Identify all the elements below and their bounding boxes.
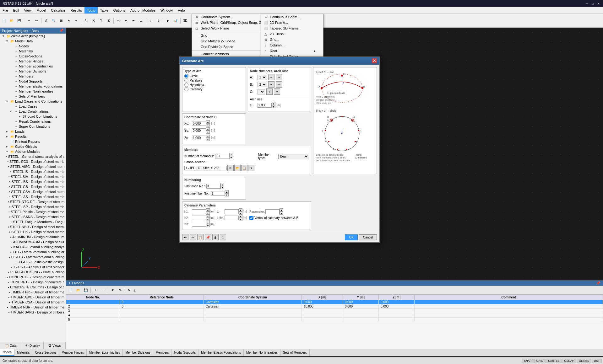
radio-catenary[interactable]: Catenary (184, 87, 244, 91)
node-btn[interactable]: ● (122, 17, 129, 24)
tree-loads[interactable]: ▶ 📂 Loads (0, 129, 66, 134)
s-down-btn[interactable]: ▼ (272, 105, 275, 108)
bottom-tab-member-elastic-foundations[interactable]: Member Elastic Foundations (198, 349, 244, 356)
menu-options[interactable]: Options (111, 7, 128, 13)
tree-result-combinations[interactable]: • Result Combinations (0, 119, 66, 124)
radio-circle[interactable]: Circle (184, 74, 244, 78)
select-btn[interactable]: ↖ (115, 17, 122, 24)
3d-btn[interactable]: 3D (182, 17, 189, 24)
yc-up[interactable]: ▲ (206, 127, 210, 131)
expand-icon[interactable]: ▼ (6, 40, 9, 43)
h1-down[interactable]: ▼ (206, 211, 210, 215)
member-btn[interactable]: ━ (130, 17, 137, 24)
menu-table[interactable]: Table (98, 7, 111, 13)
open-btn[interactable]: 📂 (8, 17, 15, 24)
L-up[interactable]: ▲ (239, 208, 242, 211)
tree-concrete-col[interactable]: • CONCRETE Columns - Design of c (0, 285, 66, 290)
new-btn[interactable]: 📄 (1, 17, 8, 24)
vertex-check[interactable]: Vertex of catenary between A-B (249, 216, 298, 220)
bottom-tab-member-divisions[interactable]: Member Divisions (123, 349, 153, 356)
bottom-tab-member-hinges[interactable]: Member Hinges (59, 349, 87, 356)
tree-steel-hk[interactable]: • STEEL HK - Design of steel memb (0, 229, 66, 234)
close-btn[interactable]: ✕ (596, 1, 600, 6)
tree-results[interactable]: ▶ 📂 Results (0, 134, 66, 139)
ok-button[interactable]: OK (345, 234, 357, 240)
submenu-2d-truss[interactable]: △ 2D Truss... (261, 31, 323, 37)
tree-steel-is[interactable]: • STEEL IS - Design of steel memb (0, 169, 66, 174)
tree-addon-modules[interactable]: ▼ 📂 Add-on Modules (0, 149, 66, 154)
tree-aluminum-adm[interactable]: • ALUMINUM ADM - Design of alur (0, 239, 66, 244)
submenu-2d-frame[interactable]: ⬜ 2D Frame... (261, 20, 323, 25)
s-input[interactable] (258, 103, 272, 108)
minimize-btn[interactable]: ─ (585, 1, 589, 6)
node-b-pick-btn[interactable]: + (268, 81, 274, 88)
h1-input[interactable] (192, 209, 206, 214)
tree-steel-general[interactable]: • STEEL - General stress analysis of s (0, 154, 66, 159)
tree-printout-reports[interactable]: 📄 Printout Reports (0, 139, 66, 144)
menu-results[interactable]: Results (68, 7, 84, 13)
load-btn[interactable]: ↓ (147, 17, 154, 24)
tree-guide-objects[interactable]: ▶ 📂 Guide Objects (0, 144, 66, 149)
cs-info-btn[interactable]: ℹ (248, 165, 254, 171)
zoom-out-btn[interactable]: − (73, 17, 80, 24)
zc-input[interactable] (192, 136, 206, 140)
tree-load-combinations[interactable]: ▼ • Load Combinations (0, 109, 66, 114)
tree-member-divisions[interactable]: • Member Divisions (0, 69, 66, 74)
tree-members[interactable]: • Members (0, 74, 66, 79)
cs-edit-btn[interactable]: ✏ (227, 165, 234, 171)
tree-nodal-supports[interactable]: • Nodal Supports (0, 79, 66, 84)
cross-section-input[interactable] (184, 166, 227, 170)
table-filter-btn[interactable]: ▼ (109, 287, 116, 294)
fn-up[interactable]: ▲ (220, 183, 224, 186)
member-type-select[interactable]: Beam Truss Cable (278, 154, 309, 159)
table-pin[interactable]: 📌 (596, 281, 600, 285)
xc-up[interactable]: ▲ (206, 120, 210, 123)
data-tab[interactable]: 📋 Data (0, 342, 22, 349)
table-add-btn[interactable]: + (92, 287, 99, 294)
tree-steel-gb[interactable]: • STEEL GB - Design of steel memb (0, 184, 66, 189)
node-c-select[interactable] (258, 89, 265, 94)
support-btn[interactable]: ⊥ (138, 17, 144, 24)
table-row[interactable]: 2 0 Cartesian 10.000 0.000 0.000 (66, 304, 603, 309)
submenu-grid[interactable]: ⊞ Grid... (261, 37, 323, 42)
fm-down[interactable]: ▼ (225, 193, 229, 196)
menu-window[interactable]: Window (158, 7, 175, 13)
view-x-btn[interactable]: X (90, 17, 97, 24)
tree-timber-nbr[interactable]: • TIMBER NBR - Design of timber me (0, 305, 66, 310)
node-b-select[interactable]: 2 (258, 82, 267, 87)
bottom-tab-nodal-supports[interactable]: Nodal Supports (171, 349, 198, 356)
save-btn[interactable]: 💾 (16, 17, 23, 24)
tree-steel-fatigue[interactable]: • STEEL Fatigue Members - Fatigu (0, 219, 66, 224)
menu-calculate[interactable]: Calculate (48, 7, 68, 13)
first-node-input[interactable] (206, 184, 220, 189)
tree-el-pl[interactable]: • EL-PL - Elastic-plastic design (0, 260, 66, 265)
cancel-button[interactable]: Cancel (359, 234, 377, 240)
tree-load-cases[interactable]: • Load Cases (0, 104, 66, 109)
bottom-tab-member-nonlinearities[interactable]: Member Nonlinearities (244, 349, 280, 356)
node-c-edit-btn[interactable]: ✏ (274, 88, 280, 95)
submenu-roof[interactable]: ⌂ Roof (261, 48, 323, 54)
submenu-column[interactable]: ↕ Column... (261, 42, 323, 48)
table-row[interactable]: 3 (66, 309, 603, 313)
h3-input[interactable] (192, 222, 206, 227)
tree-sets-of-members[interactable]: • Sets of Members (0, 94, 66, 99)
Lab-up[interactable]: ▲ (239, 215, 242, 218)
tree-c-to-t[interactable]: • C-TO-T - Analysis of limit slender (0, 265, 66, 270)
tree-concrete-2[interactable]: • CONCRETE - Design of concrete c (0, 280, 66, 285)
submenu-tapered-2d-frame[interactable]: ⬜ Tapered 2D Frame... (261, 25, 323, 31)
vertex-checkbox[interactable] (249, 216, 253, 220)
xc-down[interactable]: ▼ (206, 123, 210, 126)
h2-down[interactable]: ▼ (206, 218, 210, 221)
tree-concrete-1[interactable]: • CONCRETE - Design of concrete m (0, 275, 66, 280)
tree-timber-sans[interactable]: • TIMBER SANS - Design of timber r (0, 310, 66, 315)
zoom-in-btn[interactable]: + (65, 17, 72, 24)
h2-up[interactable]: ▲ (206, 215, 210, 218)
result-btn[interactable]: 📊 (172, 17, 179, 24)
views-tab[interactable]: 🖼 Views (44, 342, 66, 349)
maximize-btn[interactable]: □ (590, 1, 595, 6)
menu-file[interactable]: File (0, 7, 11, 13)
menu-view[interactable]: View (22, 7, 34, 13)
tree-steel-sp[interactable]: • STEEL SP - Design of steel memb (0, 204, 66, 209)
s-up-btn[interactable]: ▲ (272, 102, 275, 105)
footer-info-btn[interactable]: ℹ (220, 234, 226, 240)
